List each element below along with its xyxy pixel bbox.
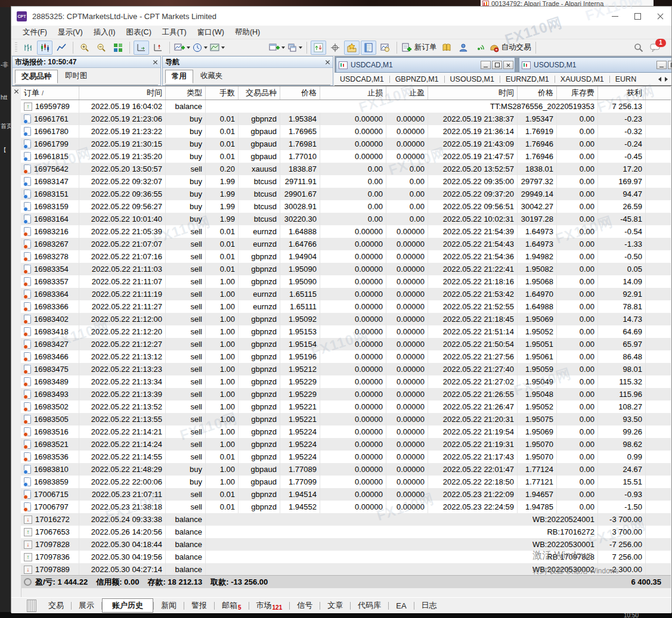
table-row[interactable]: 169833662022.05.22 21:11:27sell1.00eurnz…	[21, 300, 671, 313]
menu-item-2[interactable]: 插入(I)	[88, 26, 121, 39]
navigator-close-icon[interactable]	[325, 60, 330, 65]
table-row[interactable]: 169831472022.05.22 09:32:07buy1.99btcusd…	[21, 175, 671, 188]
periods-dropdown[interactable]	[192, 41, 208, 55]
table-row[interactable]: 169832672022.05.22 21:07:07sell0.01eurnz…	[21, 238, 671, 250]
menu-item-3[interactable]: 图表(C)	[120, 26, 156, 39]
chart-minimize-button[interactable]	[481, 61, 491, 69]
table-row[interactable]: 169833542022.05.22 21:11:03sell0.01gbpnz…	[21, 263, 671, 275]
table-row[interactable]: 169838102022.05.22 21:48:29buy1.00gbpaud…	[21, 463, 671, 476]
terminal-tab-10[interactable]: EA	[389, 600, 413, 611]
tabbar-grip[interactable]	[27, 600, 36, 612]
column-header-6[interactable]: 止损	[320, 86, 386, 100]
window-cascade-dropdown[interactable]	[287, 41, 303, 55]
line-chart-icon[interactable]	[54, 41, 69, 55]
column-header-7[interactable]: 止盈	[386, 86, 428, 100]
indicators-dropdown[interactable]	[174, 41, 191, 55]
table-row[interactable]: 169834272022.05.22 21:12:27sell1.00gbpnz…	[21, 338, 671, 350]
terminal-tab-1[interactable]: 展示	[72, 599, 101, 612]
table-row[interactable]: 169756422022.05.20 13:50:57sell0.20xauus…	[21, 163, 671, 175]
column-header-0[interactable]: 订单/	[21, 86, 79, 100]
table-row[interactable]: 169832162022.05.22 21:05:39sell0.01eurnz…	[21, 225, 671, 238]
table-row[interactable]: 169832782022.05.22 21:07:16sell0.01gbpnz…	[21, 250, 671, 263]
table-row[interactable]: 169833572022.05.22 21:11:07sell1.00gbpnz…	[21, 275, 671, 288]
table-row[interactable]: 169831642022.05.22 10:01:40buy1.99btcusd…	[21, 213, 671, 225]
table-row[interactable]: ↓170978892022.05.30 04:27:14balanceWB:20…	[21, 563, 671, 576]
navigator-tab-收藏夹[interactable]: 收藏夹	[194, 70, 229, 82]
terminal-tab-11[interactable]: 日志	[414, 599, 444, 612]
terminal-panel-icon[interactable]	[361, 41, 376, 55]
table-row[interactable]: 169833642022.05.22 21:11:19sell1.00eurnz…	[21, 288, 671, 300]
table-row[interactable]: ↑169597892022.05.19 16:04:02balanceTT:MS…	[21, 100, 671, 113]
table-row[interactable]: 170067152022.05.23 21:07:11sell0.01gbpnz…	[21, 488, 671, 501]
signals-icon[interactable]	[472, 41, 488, 55]
chart-window-usdcad[interactable]: USDCAD,M1	[336, 57, 515, 73]
table-row[interactable]: 170067972022.05.23 21:38:18sell0.01gbpnz…	[21, 501, 671, 513]
table-row[interactable]: 169834892022.05.22 21:13:34sell1.00gbpnz…	[21, 375, 671, 388]
maximize-button[interactable]	[626, 7, 649, 26]
menu-item-1[interactable]: 显示(V)	[52, 26, 88, 39]
table-row[interactable]: 169617992022.05.19 21:30:15buy0.01gbpaud…	[21, 138, 671, 150]
strategy-tester-icon[interactable]	[377, 41, 393, 55]
table-row[interactable]: 169831592022.05.22 09:56:27buy1.99btcusd…	[21, 200, 671, 213]
close-button[interactable]	[649, 7, 671, 26]
menu-item-6[interactable]: 帮助(H)	[230, 26, 265, 39]
terminal-close-icon[interactable]	[13, 88, 20, 95]
navigator-tab-常用[interactable]: 常用	[165, 70, 193, 83]
chart-close-button[interactable]	[503, 61, 513, 69]
table-row[interactable]: 169835212022.05.22 21:14:24sell1.00gbpnz…	[21, 438, 671, 451]
chart-tab-XAUUSD-M1[interactable]: XAUUSD,M1	[555, 75, 609, 83]
terminal-tab-6[interactable]: 市场121	[249, 599, 290, 613]
chart-minimize-button[interactable]	[656, 61, 667, 69]
column-header-5[interactable]: 价格	[280, 86, 320, 100]
table-row[interactable]: 169834182022.05.22 21:12:20sell1.00gbpnz…	[21, 325, 671, 338]
favorites-icon[interactable]	[344, 41, 360, 55]
candlestick-chart-icon[interactable]	[37, 41, 52, 55]
menu-item-0[interactable]: 文件(F)	[17, 26, 52, 39]
chart-tab-EURN[interactable]: EURN	[610, 75, 642, 83]
chart-restore-button[interactable]	[492, 61, 502, 69]
terminal-tab-8[interactable]: 文章	[320, 599, 350, 612]
table-row[interactable]: ↓170162722022.05.24 09:33:38balanceWB:20…	[21, 513, 671, 526]
tile-windows-icon[interactable]	[110, 41, 126, 55]
terminal-tab-2[interactable]: 账户历史	[102, 598, 153, 613]
new-chart-dropdown[interactable]	[268, 41, 286, 55]
column-header-3[interactable]: 手数	[206, 86, 239, 100]
table-row[interactable]: 169831512022.05.22 09:36:55buy1.99btcusd…	[21, 188, 671, 200]
column-header-4[interactable]: 交易品种	[239, 86, 280, 100]
table-row[interactable]: ↓170978282022.05.30 04:18:44balanceWB:20…	[21, 538, 671, 551]
chart-shift-icon[interactable]	[150, 41, 166, 55]
search-icon[interactable]	[631, 41, 646, 55]
chart-tab-EURNZD-M1[interactable]: EURNZD,M1	[500, 75, 555, 83]
table-row[interactable]: 169835052022.05.22 21:13:55sell1.00gbpnz…	[21, 413, 671, 426]
market-watch-tab-即时图[interactable]: 即时图	[59, 70, 94, 82]
zoom-in-icon[interactable]	[77, 41, 92, 55]
crosshair-icon[interactable]	[327, 41, 343, 55]
table-row[interactable]: 169835162022.05.22 21:14:21sell1.00gbpnz…	[21, 426, 671, 438]
column-header-8[interactable]: 时间	[428, 86, 518, 100]
table-row[interactable]: 169618152022.05.19 21:35:20buy0.01gbpaud…	[21, 150, 671, 163]
terminal-tab-4[interactable]: 警报	[184, 599, 214, 612]
history-center-icon[interactable]	[439, 41, 454, 55]
chart-window-usousd[interactable]: USOUSD,M1	[519, 57, 671, 73]
minimize-button[interactable]	[603, 7, 626, 26]
notifications-icon[interactable]: 1	[648, 41, 663, 55]
market-watch-close-icon[interactable]	[153, 60, 158, 65]
terminal-tab-0[interactable]: 交易	[41, 599, 71, 612]
auto-scroll-icon[interactable]	[134, 41, 149, 55]
chart-restore-button[interactable]	[668, 61, 671, 69]
table-row[interactable]: 169617802022.05.19 21:23:22buy0.01gbpaud…	[21, 125, 671, 138]
scroll-right-icon[interactable]	[665, 77, 668, 82]
column-header-10[interactable]: 库存费	[557, 86, 598, 100]
bar-chart-icon[interactable]	[20, 41, 36, 55]
chart-tab-USOUSD-M1[interactable]: USOUSD,M1	[445, 75, 500, 83]
chart-tab-GBPNZD-M1[interactable]: GBPNZD,M1	[390, 75, 444, 83]
autotrade-button[interactable]: 自动交易	[489, 41, 532, 55]
menu-item-4[interactable]: 工具(T)	[157, 26, 192, 39]
table-row[interactable]: 169835022022.05.22 21:13:52sell1.00gbpnz…	[21, 400, 671, 413]
menu-item-5[interactable]: 窗口(W)	[192, 26, 230, 39]
terminal-tab-7[interactable]: 信号	[290, 599, 320, 612]
new-order-button[interactable]: 新订单	[401, 41, 438, 55]
column-header-11[interactable]: 获利	[598, 86, 646, 100]
table-row[interactable]: 169834662022.05.22 21:13:12sell1.00gbpnz…	[21, 350, 671, 363]
market-watch-tab-交易品种[interactable]: 交易品种	[15, 70, 58, 83]
